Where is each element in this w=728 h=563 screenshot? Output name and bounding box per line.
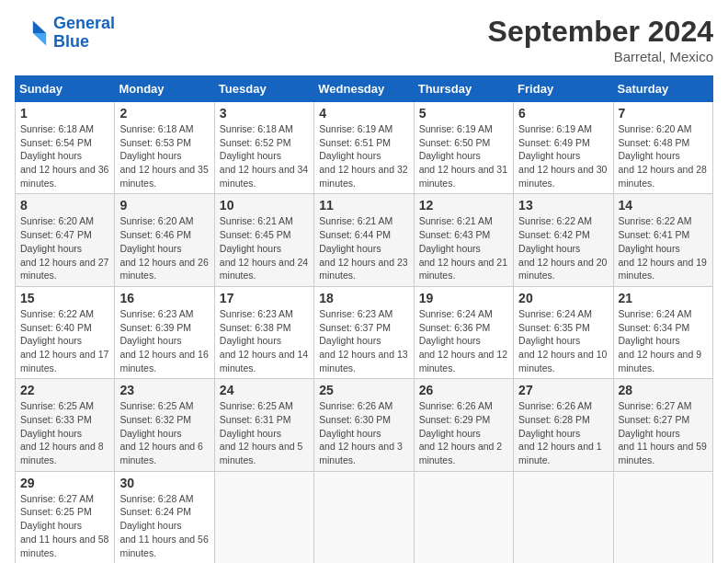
col-saturday: Saturday — [613, 76, 712, 102]
day-info: Sunrise: 6:24 AMSunset: 6:36 PMDaylight … — [419, 307, 508, 374]
calendar-cell-9: 9 Sunrise: 6:20 AMSunset: 6:46 PMDayligh… — [115, 194, 214, 286]
day-info: Sunrise: 6:22 AMSunset: 6:42 PMDaylight … — [518, 214, 608, 282]
day-info: Sunrise: 6:26 AMSunset: 6:29 PMDaylight … — [419, 399, 508, 466]
calendar-cell-22: 22 Sunrise: 6:25 AMSunset: 6:33 PMDaylig… — [16, 379, 115, 471]
day-info: Sunrise: 6:27 AMSunset: 6:25 PMDaylight … — [20, 492, 109, 559]
day-number: 10 — [220, 198, 309, 213]
calendar-cell-empty-4-5 — [514, 471, 613, 563]
day-info: Sunrise: 6:22 AMSunset: 6:40 PMDaylight … — [20, 307, 109, 374]
day-number: 9 — [119, 198, 209, 213]
calendar-week-4: 22 Sunrise: 6:25 AMSunset: 6:33 PMDaylig… — [16, 379, 713, 471]
calendar-cell-29: 29 Sunrise: 6:27 AMSunset: 6:25 PMDaylig… — [16, 471, 115, 563]
day-info: Sunrise: 6:21 AMSunset: 6:44 PMDaylight … — [319, 214, 408, 282]
day-info: Sunrise: 6:23 AMSunset: 6:37 PMDaylight … — [319, 307, 408, 374]
day-number: 12 — [419, 198, 508, 213]
day-number: 21 — [619, 291, 708, 305]
day-number: 1 — [20, 106, 109, 121]
calendar-cell-5: 5 Sunrise: 6:19 AMSunset: 6:50 PMDayligh… — [414, 102, 513, 194]
svg-marker-1 — [33, 33, 46, 46]
day-number: 19 — [419, 291, 508, 305]
calendar-cell-14: 14 Sunrise: 6:22 AMSunset: 6:41 PMDaylig… — [613, 194, 712, 286]
calendar-cell-15: 15 Sunrise: 6:22 AMSunset: 6:40 PMDaylig… — [16, 286, 115, 378]
day-info: Sunrise: 6:22 AMSunset: 6:41 PMDaylight … — [619, 214, 708, 282]
day-number: 5 — [419, 106, 508, 121]
day-number: 3 — [220, 106, 309, 121]
calendar-cell-1: 1 Sunrise: 6:18 AMSunset: 6:54 PMDayligh… — [16, 102, 115, 194]
day-number: 30 — [119, 476, 209, 490]
calendar-cell-30: 30 Sunrise: 6:28 AMSunset: 6:24 PMDaylig… — [115, 471, 214, 563]
day-number: 8 — [20, 198, 109, 213]
day-info: Sunrise: 6:19 AMSunset: 6:50 PMDaylight … — [419, 122, 508, 190]
calendar-week-1: 1 Sunrise: 6:18 AMSunset: 6:54 PMDayligh… — [16, 102, 713, 194]
calendar-cell-11: 11 Sunrise: 6:21 AMSunset: 6:44 PMDaylig… — [314, 194, 414, 286]
day-info: Sunrise: 6:20 AMSunset: 6:46 PMDaylight … — [119, 214, 209, 282]
day-number: 4 — [319, 106, 408, 121]
col-tuesday: Tuesday — [214, 76, 313, 102]
day-info: Sunrise: 6:18 AMSunset: 6:53 PMDaylight … — [119, 122, 209, 190]
day-number: 7 — [619, 106, 708, 121]
calendar-cell-18: 18 Sunrise: 6:23 AMSunset: 6:37 PMDaylig… — [314, 286, 414, 378]
day-info: Sunrise: 6:24 AMSunset: 6:34 PMDaylight … — [619, 307, 708, 374]
day-number: 22 — [20, 383, 109, 397]
calendar-cell-16: 16 Sunrise: 6:23 AMSunset: 6:39 PMDaylig… — [115, 286, 214, 378]
day-info: Sunrise: 6:19 AMSunset: 6:51 PMDaylight … — [319, 122, 408, 190]
col-wednesday: Wednesday — [314, 76, 414, 102]
day-info: Sunrise: 6:21 AMSunset: 6:45 PMDaylight … — [220, 214, 309, 282]
day-info: Sunrise: 6:26 AMSunset: 6:28 PMDaylight … — [518, 399, 608, 466]
calendar-cell-28: 28 Sunrise: 6:27 AMSunset: 6:27 PMDaylig… — [613, 379, 712, 471]
calendar-cell-12: 12 Sunrise: 6:21 AMSunset: 6:43 PMDaylig… — [414, 194, 513, 286]
calendar-week-2: 8 Sunrise: 6:20 AMSunset: 6:47 PMDayligh… — [16, 194, 713, 286]
calendar-cell-26: 26 Sunrise: 6:26 AMSunset: 6:29 PMDaylig… — [414, 379, 513, 471]
calendar-cell-19: 19 Sunrise: 6:24 AMSunset: 6:36 PMDaylig… — [414, 286, 513, 378]
calendar-cell-2: 2 Sunrise: 6:18 AMSunset: 6:53 PMDayligh… — [115, 102, 214, 194]
calendar-cell-empty-4-3 — [314, 471, 414, 563]
logo: General Blue — [15, 15, 115, 52]
day-number: 14 — [619, 198, 708, 213]
calendar-week-3: 15 Sunrise: 6:22 AMSunset: 6:40 PMDaylig… — [16, 286, 713, 378]
day-info: Sunrise: 6:25 AMSunset: 6:31 PMDaylight … — [220, 399, 309, 466]
day-number: 28 — [619, 383, 708, 397]
col-sunday: Sunday — [16, 76, 115, 102]
day-number: 18 — [319, 291, 408, 305]
svg-marker-0 — [33, 20, 46, 33]
calendar-cell-27: 27 Sunrise: 6:26 AMSunset: 6:28 PMDaylig… — [514, 379, 613, 471]
day-info: Sunrise: 6:24 AMSunset: 6:35 PMDaylight … — [518, 307, 608, 374]
calendar-table: Sunday Monday Tuesday Wednesday Thursday… — [15, 75, 713, 563]
day-number: 26 — [419, 383, 508, 397]
location-title: Barretal, Mexico — [488, 49, 713, 64]
calendar-cell-4: 4 Sunrise: 6:19 AMSunset: 6:51 PMDayligh… — [314, 102, 414, 194]
calendar-cell-3: 3 Sunrise: 6:18 AMSunset: 6:52 PMDayligh… — [214, 102, 313, 194]
day-number: 25 — [319, 383, 408, 397]
day-info: Sunrise: 6:21 AMSunset: 6:43 PMDaylight … — [419, 214, 508, 282]
title-area: September 2024 Barretal, Mexico — [488, 15, 713, 64]
day-number: 23 — [119, 383, 209, 397]
day-info: Sunrise: 6:18 AMSunset: 6:52 PMDaylight … — [220, 122, 309, 190]
day-info: Sunrise: 6:25 AMSunset: 6:33 PMDaylight … — [20, 399, 109, 466]
day-number: 6 — [518, 106, 608, 121]
calendar-cell-13: 13 Sunrise: 6:22 AMSunset: 6:42 PMDaylig… — [514, 194, 613, 286]
col-monday: Monday — [115, 76, 214, 102]
calendar-cell-7: 7 Sunrise: 6:20 AMSunset: 6:48 PMDayligh… — [613, 102, 712, 194]
day-info: Sunrise: 6:25 AMSunset: 6:32 PMDaylight … — [119, 399, 209, 466]
calendar-cell-17: 17 Sunrise: 6:23 AMSunset: 6:38 PMDaylig… — [214, 286, 313, 378]
day-number: 11 — [319, 198, 408, 213]
calendar-cell-empty-4-6 — [613, 471, 712, 563]
calendar-cell-20: 20 Sunrise: 6:24 AMSunset: 6:35 PMDaylig… — [514, 286, 613, 378]
calendar-header-row: Sunday Monday Tuesday Wednesday Thursday… — [16, 76, 713, 102]
day-number: 2 — [119, 106, 209, 121]
calendar-cell-6: 6 Sunrise: 6:19 AMSunset: 6:49 PMDayligh… — [514, 102, 613, 194]
calendar-cell-24: 24 Sunrise: 6:25 AMSunset: 6:31 PMDaylig… — [214, 379, 313, 471]
calendar-cell-23: 23 Sunrise: 6:25 AMSunset: 6:32 PMDaylig… — [115, 379, 214, 471]
day-info: Sunrise: 6:23 AMSunset: 6:38 PMDaylight … — [220, 307, 309, 374]
logo-text: General Blue — [53, 15, 115, 52]
calendar-week-5: 29 Sunrise: 6:27 AMSunset: 6:25 PMDaylig… — [16, 471, 713, 563]
day-info: Sunrise: 6:20 AMSunset: 6:48 PMDaylight … — [619, 122, 708, 190]
day-number: 16 — [119, 291, 209, 305]
day-info: Sunrise: 6:26 AMSunset: 6:30 PMDaylight … — [319, 399, 408, 466]
day-info: Sunrise: 6:28 AMSunset: 6:24 PMDaylight … — [119, 492, 209, 559]
day-number: 27 — [518, 383, 608, 397]
day-info: Sunrise: 6:19 AMSunset: 6:49 PMDaylight … — [518, 122, 608, 190]
logo-icon — [15, 17, 48, 50]
day-number: 15 — [20, 291, 109, 305]
day-info: Sunrise: 6:18 AMSunset: 6:54 PMDaylight … — [20, 122, 109, 190]
